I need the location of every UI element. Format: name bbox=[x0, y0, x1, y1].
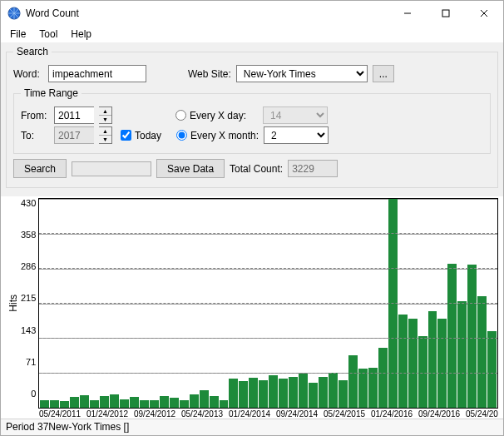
chart-bar[interactable] bbox=[170, 398, 179, 408]
x-tick: 01/24/2012 bbox=[86, 409, 128, 419]
x-tick: 01/24/2016 bbox=[371, 409, 413, 419]
chart-bar[interactable] bbox=[239, 381, 248, 408]
chart-bar[interactable] bbox=[338, 380, 348, 408]
from-label: From: bbox=[21, 110, 49, 121]
chart-plot[interactable] bbox=[38, 198, 498, 409]
chart-bar[interactable] bbox=[220, 400, 229, 408]
chart-bar[interactable] bbox=[50, 400, 59, 408]
search-button[interactable]: Search bbox=[13, 159, 67, 178]
every-month-label: Every X month: bbox=[190, 130, 259, 141]
chart-bar[interactable] bbox=[388, 199, 398, 408]
y-tick: 0 bbox=[21, 389, 36, 399]
chart-bar[interactable] bbox=[130, 397, 139, 408]
chart-bar[interactable] bbox=[299, 374, 308, 408]
y-tick: 286 bbox=[21, 261, 36, 271]
maximize-button[interactable] bbox=[427, 1, 465, 26]
chart-bar[interactable] bbox=[249, 378, 258, 408]
chart-bar[interactable] bbox=[150, 400, 159, 408]
every-day-radio[interactable] bbox=[175, 110, 186, 121]
chart-bar[interactable] bbox=[418, 336, 427, 408]
chart-y-ticks: 430358286215143710 bbox=[21, 198, 38, 409]
menu-help[interactable]: Help bbox=[65, 27, 97, 42]
chart-bar[interactable] bbox=[319, 377, 328, 408]
menu-file[interactable]: File bbox=[4, 27, 32, 42]
website-select[interactable]: New-York Times bbox=[236, 65, 368, 82]
chart-bar[interactable] bbox=[398, 315, 408, 408]
chart-bar[interactable] bbox=[279, 379, 288, 408]
every-month-select[interactable]: 2 bbox=[264, 126, 329, 144]
chart-bar[interactable] bbox=[289, 377, 298, 408]
chart-bar[interactable] bbox=[160, 396, 169, 408]
today-checkbox[interactable] bbox=[121, 130, 131, 141]
chart-bar[interactable] bbox=[408, 319, 418, 408]
minimize-button[interactable] bbox=[388, 1, 427, 26]
from-spinner[interactable]: ▲▼ bbox=[99, 107, 112, 124]
chart-bar[interactable] bbox=[378, 348, 388, 408]
chart-bar[interactable] bbox=[229, 379, 238, 408]
chart-bar[interactable] bbox=[259, 380, 268, 408]
chart-bar[interactable] bbox=[110, 394, 119, 408]
total-count-value bbox=[288, 160, 338, 177]
status-bar: Period 37New-York Times [] bbox=[1, 419, 503, 435]
x-tick: 01/24/2014 bbox=[229, 409, 270, 419]
timerange-legend: Time Range bbox=[21, 87, 82, 99]
chart-bar[interactable] bbox=[190, 394, 199, 408]
total-count-label: Total Count: bbox=[230, 163, 283, 175]
x-tick: 09/24/2016 bbox=[418, 409, 460, 419]
chevron-up-icon: ▲ bbox=[99, 107, 111, 116]
to-label: To: bbox=[21, 130, 49, 141]
chart-bar[interactable] bbox=[428, 311, 437, 408]
chart-bar[interactable] bbox=[40, 400, 49, 408]
word-input[interactable] bbox=[48, 65, 146, 82]
chart-bar[interactable] bbox=[477, 296, 487, 408]
timerange-group: Time Range From: ▲▼ Every X day: 14 To: … bbox=[13, 87, 491, 154]
x-tick: 09/24/2012 bbox=[134, 409, 175, 419]
x-tick: 05/24/2015 bbox=[324, 409, 365, 419]
title-bar: Word Count bbox=[1, 1, 503, 26]
y-tick: 71 bbox=[21, 357, 36, 367]
chart-bar[interactable] bbox=[467, 265, 477, 408]
search-group: Search Word: Web Site: New-York Times ..… bbox=[6, 46, 498, 188]
chart-bar[interactable] bbox=[200, 390, 209, 408]
chart-bar[interactable] bbox=[329, 373, 338, 408]
every-month-radio[interactable] bbox=[176, 130, 187, 141]
chart-bar[interactable] bbox=[120, 399, 129, 409]
chart-bar[interactable] bbox=[348, 355, 358, 408]
chevron-up-icon: ▲ bbox=[99, 127, 111, 136]
chart-bar[interactable] bbox=[457, 301, 467, 408]
chart-bar[interactable] bbox=[180, 400, 189, 408]
chart-bar[interactable] bbox=[487, 331, 497, 408]
chart-bar[interactable] bbox=[100, 396, 109, 408]
from-input[interactable] bbox=[54, 107, 94, 124]
window-title: Word Count bbox=[26, 7, 79, 19]
word-label: Word: bbox=[13, 68, 43, 80]
y-tick: 430 bbox=[21, 198, 36, 208]
chart-bar[interactable] bbox=[210, 396, 219, 408]
menu-bar: File Tool Help bbox=[1, 26, 503, 42]
progress-bar bbox=[72, 161, 151, 176]
to-spinner[interactable]: ▲▼ bbox=[99, 126, 112, 144]
chart-y-axis-label: Hits bbox=[6, 295, 21, 312]
x-tick: 05/24/20 bbox=[466, 409, 498, 419]
save-data-button[interactable]: Save Data bbox=[156, 159, 225, 178]
search-legend: Search bbox=[13, 46, 52, 57]
chart-bar[interactable] bbox=[269, 375, 278, 408]
chart-bar[interactable] bbox=[60, 401, 69, 408]
chart-bar[interactable] bbox=[447, 264, 457, 408]
chart-x-ticks: 05/24/201101/24/201209/24/201205/24/2013… bbox=[6, 409, 498, 419]
x-tick: 05/24/2013 bbox=[181, 409, 223, 419]
website-browse-button[interactable]: ... bbox=[373, 65, 394, 82]
chart-bar[interactable] bbox=[80, 395, 89, 408]
close-button[interactable] bbox=[465, 1, 503, 26]
chart-bar[interactable] bbox=[309, 383, 318, 408]
chart-bar[interactable] bbox=[140, 400, 149, 408]
chart-bar[interactable] bbox=[368, 368, 378, 408]
x-tick: 09/24/2014 bbox=[276, 409, 318, 419]
chart-bar[interactable] bbox=[437, 319, 447, 408]
menu-tool[interactable]: Tool bbox=[33, 27, 63, 42]
chart-bar[interactable] bbox=[358, 369, 368, 408]
website-label: Web Site: bbox=[188, 68, 231, 80]
chart-bar[interactable] bbox=[70, 397, 79, 408]
y-tick: 143 bbox=[21, 325, 36, 335]
chart-bar[interactable] bbox=[90, 400, 99, 408]
